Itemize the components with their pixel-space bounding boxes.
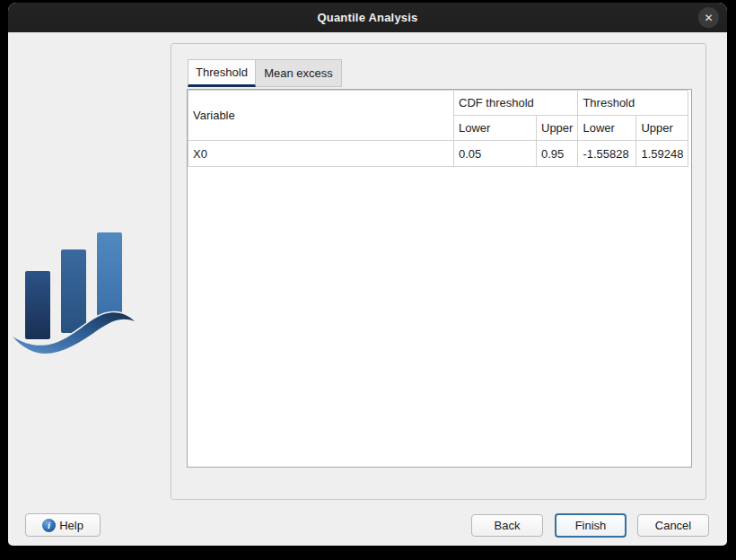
- tab-mean-excess-label: Mean excess: [264, 66, 333, 80]
- header-cdf-threshold-group: CDF threshold: [454, 91, 578, 116]
- close-icon[interactable]: ✕: [698, 7, 719, 28]
- table-row: X0 0.05 0.95 -1.55828 1.59248: [188, 141, 688, 167]
- tab-threshold[interactable]: Threshold: [188, 59, 256, 87]
- header-threshold-lower: Lower: [578, 116, 636, 141]
- header-cdf-lower: Lower: [454, 116, 537, 141]
- titlebar[interactable]: Quantile Analysis ✕: [8, 3, 727, 32]
- help-button[interactable]: i Help: [25, 513, 101, 537]
- logo-bar-3: [97, 232, 122, 316]
- logo-bar-1: [25, 271, 50, 339]
- finish-button[interactable]: Finish: [555, 513, 626, 538]
- header-cdf-upper: Upper: [537, 116, 578, 141]
- tab-threshold-label: Threshold: [196, 66, 248, 79]
- cell-cdf-lower[interactable]: 0.05: [454, 141, 537, 167]
- back-button-label: Back: [495, 519, 521, 532]
- info-icon: i: [42, 519, 56, 532]
- results-table-view: Variable CDF threshold Threshold Lower U…: [187, 89, 692, 468]
- quantile-table: Variable CDF threshold Threshold Lower U…: [188, 90, 688, 167]
- header-threshold-upper: Upper: [636, 116, 688, 141]
- header-variable: Variable: [188, 91, 454, 141]
- dialog-window: Quantile Analysis ✕ Threshold Mean exces…: [8, 3, 727, 546]
- cell-threshold-lower[interactable]: -1.55828: [578, 141, 636, 167]
- finish-button-label: Finish: [575, 519, 607, 532]
- tab-mean-excess[interactable]: Mean excess: [256, 59, 342, 87]
- cell-variable[interactable]: X0: [188, 141, 454, 167]
- cell-cdf-upper[interactable]: 0.95: [537, 141, 578, 167]
- header-threshold-group: Threshold: [578, 91, 688, 116]
- help-button-label: Help: [59, 519, 83, 532]
- bar-chart-wave-logo: [13, 230, 136, 354]
- logo-bar-2: [61, 249, 86, 333]
- window-title: Quantile Analysis: [317, 11, 417, 24]
- cancel-button-label: Cancel: [655, 519, 691, 532]
- cancel-button[interactable]: Cancel: [637, 514, 709, 537]
- back-button[interactable]: Back: [471, 514, 543, 537]
- cell-threshold-upper[interactable]: 1.59248: [636, 141, 688, 167]
